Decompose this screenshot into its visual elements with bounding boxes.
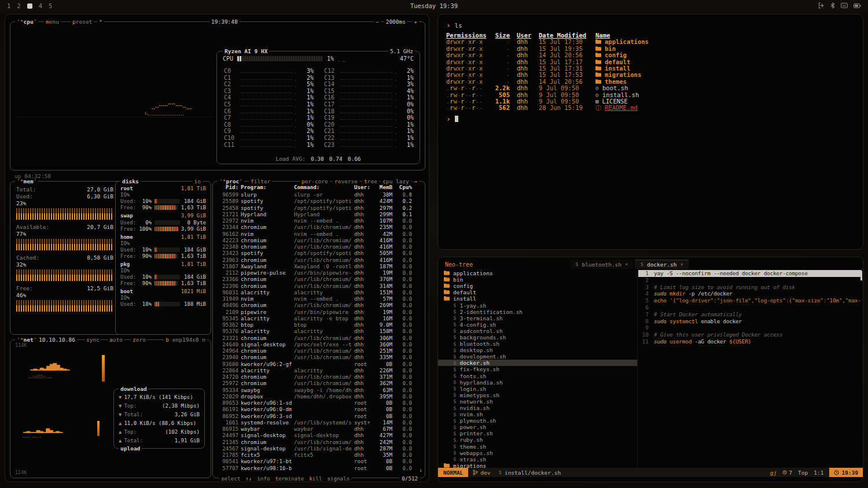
process-row[interactable]: 24497signal-desktopsignal-desktopdhh427M… <box>218 432 420 438</box>
process-row[interactable]: 96599slurpslurp -ordhh38M0.0 <box>218 191 420 198</box>
process-row[interactable]: 21721HyprlandHyprlanddhh299M0.1 <box>218 211 420 217</box>
kill-button[interactable]: kill <box>309 475 322 482</box>
process-row[interactable]: 86915waybarwaybardhh67M0.0 <box>218 426 420 432</box>
buffer-tab[interactable]: $bluetooth.sh× <box>570 260 633 269</box>
process-row[interactable]: 86191kworker/u96:0-dmroot0B0.0 <box>218 406 420 412</box>
process-row[interactable]: 24964chromium/usr/lib/chromium/dhh251M0.… <box>218 347 420 354</box>
tree-folder-item[interactable]: applications <box>438 270 637 276</box>
signals-button[interactable]: signals <box>327 475 350 482</box>
tree-file-item[interactable]: $asdcontrol.sh <box>438 328 637 334</box>
editor-line[interactable]: 6 <box>638 304 862 311</box>
process-row[interactable]: 23366chromium/usr/lib/chromium/dhh376M0.… <box>218 276 420 282</box>
editor-line[interactable]: 2 <box>638 277 862 284</box>
process-row[interactable]: 21807XwaylandXwayland :0 -rootldhh187M0.… <box>218 263 420 269</box>
editor-line[interactable]: 1yay -S --noconfirm --needed docker dock… <box>638 270 862 277</box>
close-icon[interactable]: × <box>680 261 683 267</box>
process-row[interactable]: 96031alacrittyalacrittydhh151M0.0 <box>218 289 420 295</box>
info-button[interactable]: info <box>257 475 270 482</box>
process-row[interactable]: 93680kworker/u96:2-gfroot0B0.0 <box>218 361 420 367</box>
editor-line[interactable]: 10# Give this user privileged Docker acc… <box>638 331 862 338</box>
cpu-box-title[interactable]: cpu <box>15 18 38 25</box>
buffer-tabs[interactable]: $bluetooth.sh×$docker.sh× <box>570 260 689 269</box>
cpu-menu-button[interactable]: menu <box>44 18 61 25</box>
cpu-preset-button[interactable]: preset <box>71 18 94 25</box>
tree-file-item[interactable]: $1-yay.sh <box>438 302 637 308</box>
process-row[interactable]: 86952kworker/u96:3-sdroot0B0.0 <box>218 413 420 419</box>
prompt-line-2[interactable]: › <box>446 115 855 123</box>
file-tree[interactable]: applicationsbinconfigdefaultinstall$1-ya… <box>438 270 637 469</box>
net-sync-button[interactable]: sync <box>84 336 101 343</box>
terminate-button[interactable]: terminate <box>275 475 304 482</box>
tree-file-item[interactable]: $hyprlandia.sh <box>438 379 637 386</box>
terminal-window[interactable]: › ls PermissionsSizeUserDate ModifiedNam… <box>437 14 863 250</box>
tree-file-item[interactable]: $theme.sh <box>438 443 637 450</box>
tree-file-item[interactable]: $nvim.sh <box>438 411 637 417</box>
process-row[interactable]: 90541kworker/u97:1-btroot0B0.0 <box>218 458 420 464</box>
tree-file-item[interactable]: $nvidia.sh <box>438 405 637 411</box>
scroll-down-indicator[interactable]: ↓ <box>420 467 422 473</box>
process-row[interactable]: 95376alacrittyalacrittydhh158M0.0 <box>218 328 420 334</box>
tree-file-item[interactable]: $development.sh <box>438 353 637 360</box>
disks-io-button[interactable]: io <box>193 178 203 185</box>
tree-file-item[interactable]: $backgrounds.sh <box>438 334 637 341</box>
tree-file-item[interactable]: $login.sh <box>438 386 637 392</box>
interval-plus-button[interactable]: + <box>412 18 419 25</box>
process-row[interactable]: 22029dropbox/home/dhh/.dropboxdhh395M0.0 <box>218 393 420 400</box>
tree-file-item[interactable]: $plymouth.sh <box>438 417 637 424</box>
bluetooth-icon[interactable] <box>830 2 835 10</box>
process-row[interactable]: 22396chromium/usr/lib/chromium/dhh314M0.… <box>218 283 420 289</box>
process-row[interactable]: 31949nvimnvim --embed .dhh57M0.0 <box>218 295 420 302</box>
process-row[interactable]: 89653kworker/u96:1-sdroot0B0.0 <box>218 400 420 406</box>
tree-file-item[interactable]: $docker.sh <box>438 360 637 366</box>
process-row[interactable]: 23321chromium/usr/lib/chromium/dhh306M0.… <box>218 335 420 341</box>
net-interface-button[interactable]: b enp194s0 n <box>164 336 207 343</box>
tree-file-item[interactable]: $bluetooth.sh <box>438 341 637 347</box>
close-icon[interactable]: × <box>625 261 628 267</box>
editor-scrollbar[interactable] <box>860 271 862 280</box>
battery-icon[interactable] <box>854 2 861 9</box>
process-row[interactable]: 22972nvimnvim --embed .dhh107M0.0 <box>218 217 420 224</box>
neovim-window[interactable]: Neo-tree $bluetooth.sh×$docker.sh× appli… <box>437 257 863 482</box>
process-row[interactable]: 24567signal-desktop/usr/lib/signal-dedhh… <box>218 445 420 452</box>
tree-folder-item[interactable]: install <box>438 295 637 302</box>
editor-line[interactable]: 7# Start Docker automatically <box>638 311 862 318</box>
process-row[interactable]: 21785fcitx5fcitx5dhh35M0.0 <box>218 452 420 458</box>
tree-file-item[interactable]: $webapps.sh <box>438 450 637 456</box>
process-row[interactable]: 95362btopbtopdhh9.0M0.0 <box>218 321 420 328</box>
tree-folder-item[interactable]: default <box>438 289 637 295</box>
editor-line[interactable]: 9 <box>638 324 862 331</box>
process-row[interactable]: 22348chromium/usr/lib/chromium/dhh416M0.… <box>218 243 420 250</box>
editor-area[interactable]: 1yay -S --noconfirm --needed docker dock… <box>638 270 862 469</box>
tree-folder-item[interactable]: bin <box>438 276 637 283</box>
git-branch[interactable]: dev <box>468 469 495 476</box>
tree-file-item[interactable]: $fix-fkeys.sh <box>438 366 637 372</box>
process-row[interactable]: 95334swaybgswaybg -i /home/dhdhh63M0.0 <box>218 387 420 393</box>
process-row[interactable]: 49496chromium/usr/lib/chromium/dhh269M0.… <box>218 302 420 308</box>
tree-file-item[interactable]: $fonts.sh <box>438 373 637 379</box>
process-row[interactable]: 42223chromium/usr/lib/chromium/dhh416M0.… <box>218 237 420 243</box>
process-row[interactable]: 24720chromium/usr/lib/chromium/dhh371M0.… <box>218 374 420 380</box>
editor-line[interactable]: 5echo '{"log-driver":"json-file","log-op… <box>638 297 862 304</box>
editor-line[interactable]: 3# Limit log size to avoid running out o… <box>638 284 862 291</box>
process-row[interactable]: 95345alacrittyalacritty -e btopdhh16M0.0 <box>218 315 420 321</box>
process-row[interactable]: 23423spotify/opt/spotify/spotidhh505M0.0 <box>218 250 420 256</box>
process-row[interactable]: 23344chromium/usr/lib/chromium/dhh235M0.… <box>218 224 420 230</box>
tree-file-item[interactable]: $power.sh <box>438 424 637 430</box>
select-button[interactable]: select <box>221 475 240 482</box>
tree-file-item[interactable]: $2-identification.sh <box>438 309 637 315</box>
process-row[interactable]: 23963chromium/usr/lib/chromium/dhh416M0.… <box>218 257 420 263</box>
tree-file-item[interactable]: $xtras.sh <box>438 456 637 463</box>
net-auto-button[interactable]: auto <box>108 336 124 343</box>
buffer-tab[interactable]: $docker.sh× <box>635 260 688 269</box>
process-row[interactable]: 22864alacrittyalacrittydhh226M0.0 <box>218 367 420 374</box>
tree-folder-item[interactable]: config <box>438 283 637 289</box>
process-row[interactable]: 2112pipewire-pulse/usr/bin/pipewire-dhh1… <box>218 269 420 276</box>
tree-file-item[interactable]: $3-terminal.sh <box>438 315 637 321</box>
process-row[interactable]: 25589spotify/opt/spotify/spotidhh424M0.2 <box>218 198 420 204</box>
preset-star[interactable]: * <box>97 18 104 25</box>
process-row[interactable]: 24640signal-desktop/proc/self/exe --tdhh… <box>218 341 420 347</box>
tree-file-item[interactable]: $4-config.sh <box>438 321 637 328</box>
interval-minus-button[interactable]: − <box>374 18 381 25</box>
process-row[interactable]: 23940chromium/usr/lib/chromium/dhh335M0.… <box>218 354 420 360</box>
process-row[interactable]: 25458spotify/opt/spotify/spotidhh297M0.2 <box>218 205 420 211</box>
